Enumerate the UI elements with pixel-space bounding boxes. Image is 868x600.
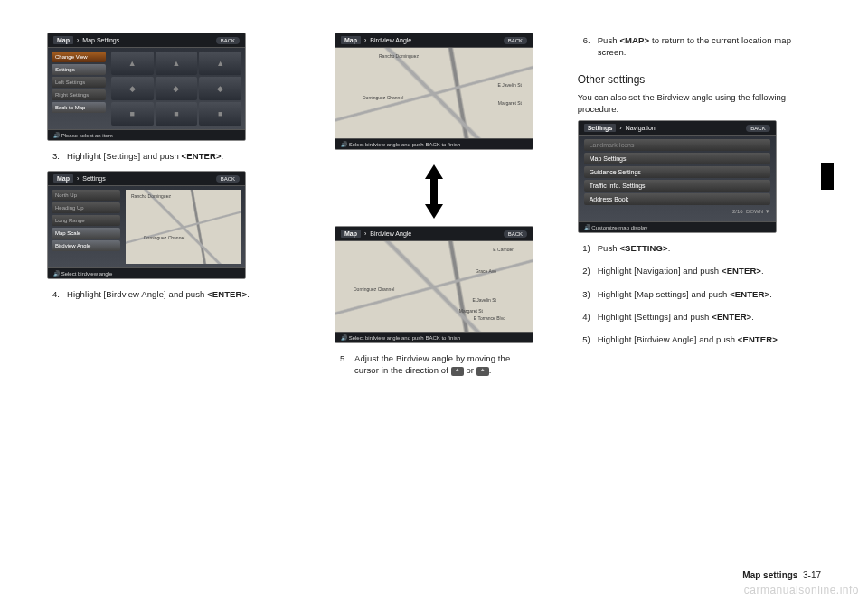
map-preview: E Camden Dominguez Channel E Javelin St … xyxy=(335,241,533,332)
step-text: Highlight [Settings] and push <ENTER>. xyxy=(67,150,290,162)
screenshot-footer: 🔊 Select birdview angle and push BACK to… xyxy=(335,332,533,342)
list-counter: 2/16 DOWN ▼ xyxy=(732,209,770,214)
column-1: Map › Map Settings BACK Change View Sett… xyxy=(47,33,290,386)
step-6: 6. Push <MAP> to return to the current l… xyxy=(578,34,821,59)
map-label: Margaret St xyxy=(498,100,522,106)
screenshot-birdview-high: Map › Birdview Angle BACK Rancho Domingu… xyxy=(335,33,533,150)
menu-item: Long Range xyxy=(52,215,120,226)
proc-step-2: 2) Highlight [Navigation] and push <ENTE… xyxy=(578,265,821,277)
breadcrumb: Settings xyxy=(82,175,105,182)
menu-item: Left Settings xyxy=(52,77,106,88)
step-number: 5. xyxy=(335,352,347,377)
step-number: 4. xyxy=(47,288,60,300)
screenshot-header: Map › Map Settings BACK xyxy=(48,33,245,48)
back-button: BACK xyxy=(746,125,769,132)
map-label: E Javelin St xyxy=(498,82,522,88)
proc-step-5: 5) Highlight [Birdview Angle] and push <… xyxy=(578,333,821,345)
screenshot-body: Change View Settings Left Settings Right… xyxy=(48,48,245,129)
nav-item: Guidance Settings xyxy=(584,166,770,178)
dpad-down-icon xyxy=(476,367,489,376)
dpad-up-icon xyxy=(451,367,464,376)
arrow-icon: ◆ xyxy=(129,84,136,93)
page-content: Map › Map Settings BACK Change View Sett… xyxy=(0,0,868,411)
step-number: 4) xyxy=(578,311,590,323)
breadcrumb: Map Settings xyxy=(82,37,119,43)
step-text: Adjust the Birdview angle by moving the … xyxy=(354,352,533,377)
nav-menu: Landmark Icons Map Settings Guidance Set… xyxy=(579,136,776,221)
view-option: ■ xyxy=(111,102,154,126)
header-icon-map: Map xyxy=(53,174,73,183)
arrow-icon: ■ xyxy=(174,109,178,118)
menu-item: Birdview Angle xyxy=(52,240,120,251)
screenshot-header: Map › Birdview Angle BACK xyxy=(335,227,533,241)
header-icon-map: Map xyxy=(341,230,361,238)
back-button: BACK xyxy=(504,230,527,238)
arrow-icon: ■ xyxy=(218,109,222,118)
back-button: BACK xyxy=(216,175,240,183)
footer-text: Select birdview angle and push BACK to f… xyxy=(349,335,460,341)
nav-item: Landmark Icons xyxy=(584,139,770,151)
watermark: carmanualsonline.info xyxy=(744,584,859,596)
view-option: ◆ xyxy=(156,77,198,100)
screenshot-birdview-low: Map › Birdview Angle BACK E Camden Domin… xyxy=(335,226,533,343)
screenshot-footer: 🔊 Select birdview angle and push BACK to… xyxy=(335,138,533,149)
arrow-icon: ▲ xyxy=(173,59,181,68)
screenshot-body: North Up Heading Up Long Range Map Scale… xyxy=(48,186,245,267)
back-button: BACK xyxy=(504,37,527,44)
map-label: E Torrance Blvd xyxy=(474,315,505,321)
view-option: ▲ xyxy=(156,52,198,75)
map-roads xyxy=(335,48,533,138)
menu-item: Settings xyxy=(52,64,106,75)
map-label: Rancho Dominguez xyxy=(131,193,171,199)
footer-page: 3-17 xyxy=(803,570,821,580)
menu-item: Map Scale xyxy=(52,228,120,239)
step-number: 6. xyxy=(578,34,590,59)
arrow-icon: ◆ xyxy=(217,84,223,93)
map-label: Margaret St xyxy=(459,308,483,314)
settings-menu: North Up Heading Up Long Range Map Scale… xyxy=(52,190,120,264)
menu-item: Change View xyxy=(52,52,106,62)
breadcrumb-sep: › xyxy=(77,37,79,43)
view-option: ◆ xyxy=(111,77,154,100)
footer-text: Please select an item xyxy=(61,133,113,138)
step-number: 5) xyxy=(578,333,590,345)
proc-step-4: 4) Highlight [Settings] and push <ENTER>… xyxy=(578,311,821,323)
proc-step-1: 1) Push <SETTING>. xyxy=(578,242,821,254)
view-option: ◆ xyxy=(199,77,241,100)
step-text: Push <MAP> to return to the current loca… xyxy=(598,34,821,59)
screenshot-header: Map › Settings BACK xyxy=(48,172,245,186)
arrow-icon: ◆ xyxy=(173,84,179,93)
screenshot-header: Map › Birdview Angle BACK xyxy=(335,33,533,48)
screenshot-map-settings: Map › Map Settings BACK Change View Sett… xyxy=(47,33,246,141)
step-4: 4. Highlight [Birdview Angle] and push <… xyxy=(47,288,290,300)
breadcrumb-sep: › xyxy=(364,230,366,237)
screenshot-footer: 🔊 Customize map display xyxy=(579,221,776,232)
nav-item: Address Book xyxy=(584,193,770,205)
step-number: 3. xyxy=(47,150,60,162)
step-5: 5. Adjust the Birdview angle by moving t… xyxy=(335,352,533,377)
breadcrumb: Birdview Angle xyxy=(370,37,411,43)
nav-item: Map Settings xyxy=(584,153,770,164)
arrow-icon: ▲ xyxy=(128,59,137,68)
breadcrumb: Navigation xyxy=(626,125,656,131)
map-label: Grace Ave xyxy=(476,268,496,274)
arrow-icon: ■ xyxy=(130,109,135,118)
step-text: Highlight [Navigation] and push <ENTER>. xyxy=(598,265,821,277)
view-option: ▲ xyxy=(111,52,154,75)
step-number: 1) xyxy=(578,242,590,254)
breadcrumb-sep: › xyxy=(77,175,79,182)
page-edge-tab xyxy=(821,163,834,190)
map-label: Dominguez Channel xyxy=(354,286,394,292)
step-text: Highlight [Settings] and push <ENTER>. xyxy=(598,311,821,323)
proc-step-3: 3) Highlight [Map settings] and push <EN… xyxy=(578,288,821,300)
map-label: Rancho Dominguez xyxy=(379,53,419,59)
map-label: E Javelin St xyxy=(473,297,496,303)
footer-text: Select birdview angle xyxy=(61,271,113,277)
screenshot-settings: Map › Settings BACK North Up Heading Up … xyxy=(47,171,246,279)
menu-item: Right Settings xyxy=(52,89,106,100)
menu-item: Heading Up xyxy=(52,202,120,213)
map-roads xyxy=(126,190,241,264)
step-number: 3) xyxy=(578,288,590,300)
column-2: Map › Birdview Angle BACK Rancho Domingu… xyxy=(312,33,555,386)
arrow-icon: ▲ xyxy=(216,59,224,68)
